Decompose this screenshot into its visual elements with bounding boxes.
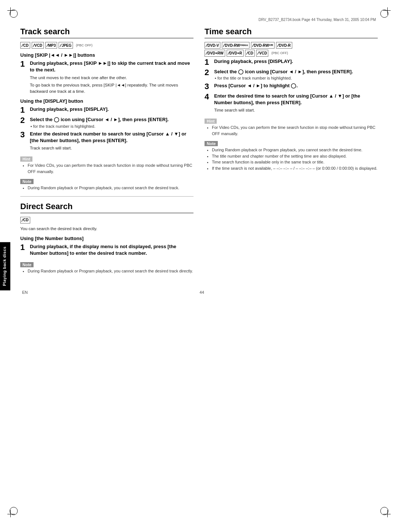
sidebar-tab: Playing back discs xyxy=(0,242,10,290)
d-step-1-bold: During playback, press [DISPLAY]. xyxy=(30,106,193,113)
time-step-4-note: Time search will start. xyxy=(214,107,378,113)
format-icon-jpeg: /JPEG xyxy=(59,42,73,49)
format-icon-cd: /CD xyxy=(20,42,30,49)
time-note-content: During Random playback or Program playba… xyxy=(205,147,378,171)
track-hint-item: For Video CDs, you can perform the track… xyxy=(28,162,193,175)
time-step-3-bold: Press [Cursor ◄ / ►] to highlight ◯. xyxy=(214,82,378,89)
d-step-3-bold: Enter the desired track number to search… xyxy=(30,131,193,144)
page-footer: EN 44 xyxy=(0,286,398,298)
direct-note-item: During Random playback or Program playba… xyxy=(28,268,193,274)
page-container: Playing back discs DRV_B2737_B2734.book … xyxy=(0,0,398,532)
right-column: Time search /DVD-V /DVD-RWVideo /DVD-RWV… xyxy=(205,27,378,275)
direct-search-format-icons: /CD xyxy=(20,217,193,223)
track-search-title: Track search xyxy=(20,27,193,38)
time-fi-cd: /CD xyxy=(245,50,255,56)
d-step-3-note: Track search will start. xyxy=(30,145,193,151)
d-step-2-bold: Select the ◯ icon using [Cursor ◄ / ►], … xyxy=(30,116,193,123)
time-fi-vcd: /VCD xyxy=(256,50,268,56)
left-column: Track search /CD /VCD /MP3 /JPEG (PBC OF… xyxy=(20,27,193,275)
using-display-heading: Using the [DISPLAY] button xyxy=(20,98,193,104)
direct-step-num-1: 1 xyxy=(20,243,28,257)
time-format-row2: /DVD+RW /DVD+R /CD /VCD (PBC OFF) xyxy=(205,50,378,56)
section-divider xyxy=(20,196,193,197)
using-number-heading: Using [the Number buttons] xyxy=(20,236,193,241)
time-step-num-1: 1 xyxy=(205,58,212,66)
time-fi-dvdplusr: /DVD+R xyxy=(227,50,244,56)
time-hint-content: For Video CDs, you can perform the time … xyxy=(205,124,378,137)
track-note-label: Note xyxy=(20,179,34,184)
direct-note-content: During Random playback or Program playba… xyxy=(20,268,193,274)
direct-format-icon-cd: /CD xyxy=(20,217,30,223)
time-note-item-3: Time search function is available only i… xyxy=(212,159,378,165)
step-1-bold: During playback, press [SKIP ►►|] to ski… xyxy=(30,60,193,73)
circle-tl xyxy=(10,10,18,18)
time-step-1-content: During playback, press [DISPLAY]. xyxy=(214,58,378,66)
header-text: DRV_B2737_B2734.book Page 44 Thursday, M… xyxy=(258,18,376,22)
time-step-3-content: Press [Cursor ◄ / ►] to highlight ◯. xyxy=(214,82,378,91)
time-fi-dvdrw-vr: /DVD-RWVR xyxy=(251,42,275,49)
time-step-2-content: Select the ◯ icon using [Cursor ◄ / ►], … xyxy=(214,68,378,80)
step-1-note2: To go back to the previous track, press … xyxy=(30,82,193,95)
time-note-label: Note xyxy=(205,141,218,146)
direct-step-1-bold: During playback, if the display menu is … xyxy=(30,243,193,257)
time-step-num-4: 4 xyxy=(205,93,212,114)
track-d-step-2: 2 Select the ◯ icon using [Cursor ◄ / ►]… xyxy=(20,116,193,128)
time-note-item-4: If the time search is not available, – –… xyxy=(212,165,378,172)
circle-br xyxy=(380,507,388,515)
direct-search-title: Direct Search xyxy=(20,202,193,213)
track-search-format-icons: /CD /VCD /MP3 /JPEG (PBC OFF) xyxy=(20,42,193,49)
d-step-num-2: 2 xyxy=(20,116,28,128)
track-hint-label: Hint xyxy=(20,156,32,162)
step-1-note1: The unit moves to the next track one aft… xyxy=(30,75,193,81)
time-hint-item: For Video CDs, you can perform the time … xyxy=(212,124,378,137)
time-step-2-note: ▪ for the title or track number is highl… xyxy=(215,76,378,80)
time-fi-dvdr: /DVD-R xyxy=(276,42,292,49)
time-fi-dvdrw-video: /DVD-RWVideo xyxy=(222,42,249,49)
time-hint-label: Hint xyxy=(205,119,217,124)
time-step-2-bold: Select the ◯ icon using [Cursor ◄ / ►], … xyxy=(214,68,378,75)
footer-center: 44 xyxy=(200,290,204,295)
step-num-1: 1 xyxy=(20,60,28,95)
track-hint-content: For Video CDs, you can perform the track… xyxy=(20,162,193,175)
time-step-num-3: 3 xyxy=(205,82,212,91)
time-note-item-1: During Random playback or Program playba… xyxy=(212,147,378,153)
time-fi-dvdv: /DVD-V xyxy=(205,42,220,49)
d-step-3-content: Enter the desired track number to search… xyxy=(30,131,193,152)
time-step-4-content: Enter the desired time to search for usi… xyxy=(214,93,378,114)
time-fi-dvdplusrw: /DVD+RW xyxy=(205,50,225,56)
direct-step-1: 1 During playback, if the display menu i… xyxy=(20,243,193,257)
time-note-item-2: The title number and chapter number of t… xyxy=(212,153,378,159)
circle-tr xyxy=(380,10,388,18)
using-skip-heading: Using [SKIP |◄◄ / ►►|] buttons xyxy=(20,52,193,58)
pbc-off-label: (PBC OFF) xyxy=(76,43,92,47)
track-d-step-3: 3 Enter the desired track number to sear… xyxy=(20,131,193,152)
time-step-4-bold: Enter the desired time to search for usi… xyxy=(214,93,378,106)
time-step-3: 3 Press [Cursor ◄ / ►] to highlight ◯. xyxy=(205,82,378,91)
direct-step-1-content: During playback, if the display menu is … xyxy=(30,243,193,257)
page-header: DRV_B2737_B2734.book Page 44 Thursday, M… xyxy=(0,15,398,23)
time-step-2: 2 Select the ◯ icon using [Cursor ◄ / ►]… xyxy=(205,68,378,80)
time-step-1: 1 During playback, press [DISPLAY]. xyxy=(205,58,378,66)
d-step-2-content: Select the ◯ icon using [Cursor ◄ / ►], … xyxy=(30,116,193,128)
time-format-row1: /DVD-V /DVD-RWVideo /DVD-RWVR /DVD-R xyxy=(205,42,378,49)
time-step-4: 4 Enter the desired time to search for u… xyxy=(205,93,378,114)
circle-bl xyxy=(10,507,18,515)
d-step-num-1: 1 xyxy=(20,106,28,114)
track-d-step-1: 1 During playback, press [DISPLAY]. xyxy=(20,106,193,114)
direct-note-label: Note xyxy=(20,262,34,267)
time-step-num-2: 2 xyxy=(205,68,212,80)
time-pbc-off: (PBC OFF) xyxy=(271,51,288,55)
d-step-num-3: 3 xyxy=(20,131,28,152)
main-content: Track search /CD /VCD /MP3 /JPEG (PBC OF… xyxy=(0,23,398,279)
time-step-1-bold: During playback, press [DISPLAY]. xyxy=(214,58,378,65)
direct-search-desc: You can search the desired track directl… xyxy=(20,226,193,232)
track-note-item: During Random playback or Program playba… xyxy=(28,185,193,191)
footer-left: EN xyxy=(22,290,28,295)
d-step-1-content: During playback, press [DISPLAY]. xyxy=(30,106,193,114)
track-step-1: 1 During playback, press [SKIP ►►|] to s… xyxy=(20,60,193,95)
track-note-content: During Random playback or Program playba… xyxy=(20,185,193,191)
step-1-content: During playback, press [SKIP ►►|] to ski… xyxy=(30,60,193,95)
d-step-2-note: ▪ for the track number is highlighted. xyxy=(31,124,193,128)
format-icon-mp3: /MP3 xyxy=(45,42,57,49)
time-search-title: Time search xyxy=(205,27,378,38)
